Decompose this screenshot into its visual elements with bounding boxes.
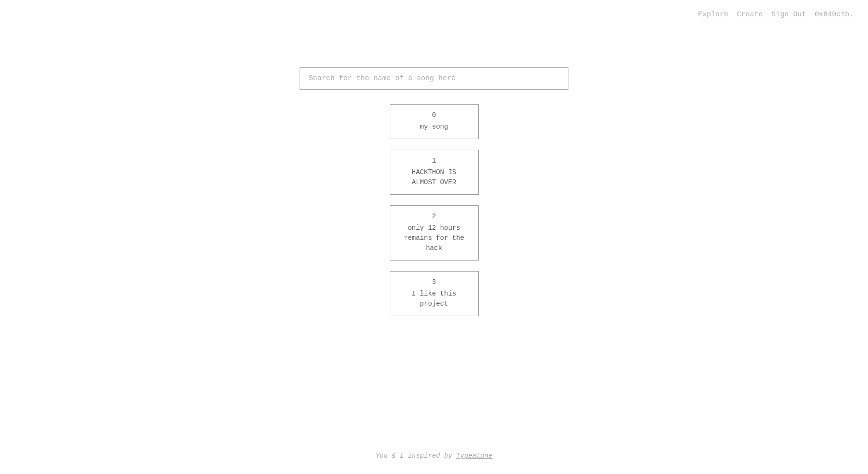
main-content: 0my song1HACKTHON IS ALMOST OVER2only 12…	[0, 0, 868, 327]
song-cards-list: 0my song1HACKTHON IS ALMOST OVER2only 12…	[390, 104, 479, 327]
song-card-index: 2	[398, 213, 470, 220]
nav-create[interactable]: Create	[737, 11, 763, 19]
song-card[interactable]: 1HACKTHON IS ALMOST OVER	[390, 150, 479, 195]
footer-link[interactable]: Typeatone	[456, 452, 493, 460]
song-card-index: 3	[398, 278, 470, 286]
search-container	[300, 67, 568, 90]
song-card-title: my song	[398, 122, 470, 132]
footer: You & I inspired by Typeatone	[375, 452, 493, 460]
song-card-index: 1	[398, 157, 470, 165]
footer-text-before-link: You & I inspired by	[375, 452, 456, 460]
nav-signout[interactable]: Sign Out	[772, 11, 806, 19]
song-card[interactable]: 0my song	[390, 104, 479, 139]
nav-explore[interactable]: Explore	[698, 11, 728, 19]
nav-wallet: 0x840c1b.	[815, 11, 854, 19]
search-input[interactable]	[300, 67, 568, 90]
song-card-title: HACKTHON IS ALMOST OVER	[398, 167, 470, 188]
song-card-title: only 12 hours remains for the hack	[398, 223, 470, 253]
song-card[interactable]: 3I like this project	[390, 271, 479, 316]
song-card-title: I like this project	[398, 289, 470, 309]
song-card-index: 0	[398, 111, 470, 119]
song-card[interactable]: 2only 12 hours remains for the hack	[390, 205, 479, 261]
top-nav: Explore Create Sign Out 0x840c1b.	[684, 0, 868, 29]
